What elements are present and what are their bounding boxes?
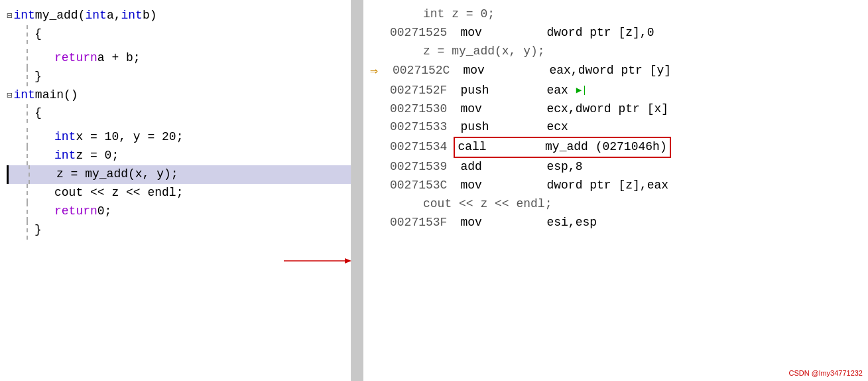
return-expr: a + b; <box>97 49 141 68</box>
mnemonic-9: add <box>460 158 513 177</box>
asm-line-12: 0027153F mov esi,esp <box>370 214 861 232</box>
return-stmt: return <box>54 49 97 68</box>
asm-line-9: 00271539 add esp,8 <box>370 158 861 177</box>
operand-7: ecx <box>546 118 568 137</box>
brace-close-2: } <box>34 221 42 240</box>
return-zero-val: 0; <box>97 202 112 221</box>
collapse-icon-1[interactable]: ⊟ <box>7 9 12 24</box>
src-text-11: cout << z << endl; <box>390 195 552 214</box>
decl-z: z = 0; <box>76 147 119 165</box>
watermark: CSDN @lmy34771232 <box>789 369 863 377</box>
code-line-10: int z = 0; <box>7 147 351 165</box>
addr-12: 0027153F <box>390 214 447 232</box>
code-line-7: { <box>7 104 351 123</box>
func-name-1: my_add( <box>35 7 86 25</box>
code-line-12: cout << z << endl; <box>7 184 351 202</box>
collapse-icon-2[interactable]: ⊟ <box>7 89 12 104</box>
mnemonic-2: mov <box>460 24 513 42</box>
panel-divider <box>351 0 363 381</box>
code-line-2: { <box>7 25 351 44</box>
code-line-6: ⊟ int main() <box>7 86 351 105</box>
code-line-11: z = my_add(x, y); <box>7 165 351 184</box>
brace-open-2: { <box>34 104 42 123</box>
addr-9: 00271539 <box>390 158 447 177</box>
addr-5: 0027152F <box>390 82 447 100</box>
addr-4: 0027152C <box>393 62 450 80</box>
kw-int-1: int <box>13 7 34 25</box>
code-line-9: int x = 10, y = 20; <box>7 128 351 147</box>
left-panel: ⊟ int my_add( int a, int b) { return a +… <box>0 0 351 381</box>
addr-2: 00271525 <box>390 24 447 42</box>
assign-z: z = my_add(x, y); <box>56 165 178 184</box>
operand-6: ecx,dword ptr [x] <box>546 100 668 119</box>
code-line-8 <box>7 123 351 128</box>
asm-line-source-11: cout << z << endl; <box>370 195 861 214</box>
mnemonic-4: mov <box>463 62 516 80</box>
mnemonic-8: call <box>458 138 511 157</box>
operand-2: dword ptr [z],0 <box>546 24 654 42</box>
main-name: main() <box>35 86 78 105</box>
operand-10: dword ptr [z],eax <box>546 177 668 195</box>
right-panel: int z = 0; 00271525 mov dword ptr [z],0 … <box>363 0 868 381</box>
code-line-5: } <box>7 68 351 86</box>
operand-4: eax,dword ptr [y] <box>549 62 671 80</box>
param-a: a, <box>107 7 121 25</box>
src-text-3: z = my_add(x, y); <box>390 42 545 61</box>
code-line-4: return a + b; <box>7 49 351 68</box>
asm-line-7: 00271533 push ecx <box>370 118 861 137</box>
asm-line-4: ⇒ 0027152C mov eax,dword ptr [y] <box>370 61 861 82</box>
param-b: b) <box>143 7 157 25</box>
mnemonic-5: push <box>460 82 513 100</box>
addr-8: 00271534 <box>390 138 447 157</box>
code-line-3 <box>7 44 351 49</box>
operand-12: esi,esp <box>546 214 597 232</box>
asm-line-source-3: z = my_add(x, y); <box>370 42 861 61</box>
kw-int-x: int <box>54 128 76 147</box>
play-icon-5: ▶| <box>576 84 588 98</box>
code-line-1: ⊟ int my_add( int a, int b) <box>7 7 351 25</box>
mnemonic-12: mov <box>460 214 513 232</box>
red-box-call: call my_add (0271046h) <box>454 137 670 158</box>
asm-line-source-1: int z = 0; <box>370 5 861 24</box>
asm-line-8: 00271534 call my_add (0271046h) <box>370 137 861 158</box>
asm-line-10: 0027153C mov dword ptr [z],eax <box>370 177 861 195</box>
kw-int-z: int <box>54 147 76 165</box>
kw-int-main: int <box>13 86 34 105</box>
asm-line-5: 0027152F push eax ▶| <box>370 82 861 100</box>
kw-int-3: int <box>121 7 142 25</box>
operand-9: esp,8 <box>546 158 582 177</box>
operand-5: eax <box>546 82 568 100</box>
operand-8: my_add (0271046h) <box>545 140 667 153</box>
brace-open-1: { <box>34 25 42 44</box>
addr-7: 00271533 <box>390 118 447 137</box>
cout-stmt: cout << z << endl; <box>54 184 183 202</box>
addr-10: 0027153C <box>390 177 447 195</box>
asm-line-6: 00271530 mov ecx,dword ptr [x] <box>370 100 861 119</box>
arrow-indicator: ⇒ <box>370 61 390 82</box>
kw-int-2: int <box>85 7 106 25</box>
decl-xy: x = 10, y = 20; <box>76 128 183 147</box>
return-zero: return <box>54 202 97 221</box>
addr-6: 00271530 <box>390 100 447 119</box>
brace-close-1: } <box>34 68 42 86</box>
src-text-1: int z = 0; <box>390 5 495 24</box>
mnemonic-10: mov <box>460 177 513 195</box>
mnemonic-6: mov <box>460 100 513 119</box>
svg-marker-1 <box>345 258 351 264</box>
asm-line-2: 00271525 mov dword ptr [z],0 <box>370 24 861 42</box>
mnemonic-7: push <box>460 118 513 137</box>
code-line-14: } <box>7 221 351 240</box>
code-line-13: return 0; <box>7 202 351 221</box>
